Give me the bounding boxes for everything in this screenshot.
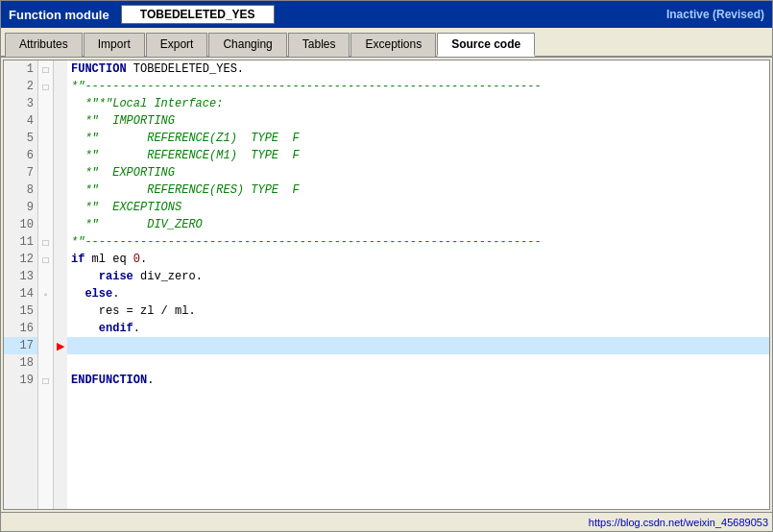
code-line-5: *" REFERENCE(Z1) TYPE F bbox=[67, 130, 769, 147]
token: raise bbox=[99, 268, 140, 285]
token: . bbox=[133, 320, 140, 337]
arrow-cell-16 bbox=[54, 320, 67, 337]
token: ml eq bbox=[92, 251, 133, 268]
line-num-4: 4 bbox=[4, 112, 37, 130]
code-line-12: if ml eq 0. bbox=[67, 251, 769, 268]
fold-marker-1[interactable]: □ bbox=[38, 60, 53, 78]
tab-tables[interactable]: Tables bbox=[288, 33, 350, 57]
code-line-11: *"--------------------------------------… bbox=[67, 233, 769, 251]
fold-marker-16 bbox=[38, 320, 53, 337]
token: res = zl / ml. bbox=[71, 302, 196, 320]
arrow-cell-8 bbox=[54, 181, 67, 199]
fold-marker-19[interactable]: □ bbox=[38, 372, 53, 389]
tab-attributes[interactable]: Attributes bbox=[5, 33, 83, 57]
arrow-cell-17: ▶ bbox=[54, 337, 67, 354]
line-num-11: 11 bbox=[4, 233, 37, 251]
line-num-12: 12 bbox=[4, 251, 37, 268]
token: *"*"Local Interface: bbox=[71, 95, 223, 112]
arrow-cell-13 bbox=[54, 268, 67, 285]
token bbox=[71, 337, 85, 354]
arrow-cell-11 bbox=[54, 233, 67, 251]
token bbox=[71, 285, 85, 302]
tab-source-code[interactable]: Source code bbox=[437, 33, 535, 57]
token: else bbox=[85, 285, 112, 302]
module-name-field[interactable]: TOBEDELETED_YES bbox=[121, 5, 275, 24]
arrow-cell-15 bbox=[54, 302, 67, 320]
line-num-15: 15 bbox=[4, 302, 37, 320]
line-num-8: 8 bbox=[4, 181, 37, 199]
tab-import[interactable]: Import bbox=[84, 33, 145, 57]
code-line-1: FUNCTION TOBEDELETED_YES. bbox=[67, 60, 769, 78]
token: endif bbox=[99, 320, 133, 337]
token: div_zero. bbox=[140, 268, 203, 285]
token: *" EXPORTING bbox=[71, 164, 175, 181]
token: . bbox=[147, 372, 154, 389]
tab-exceptions[interactable]: Exceptions bbox=[350, 33, 436, 57]
fold-marker-4 bbox=[38, 112, 53, 130]
line-num-7: 7 bbox=[4, 164, 37, 181]
code-line-19: ENDFUNCTION. bbox=[67, 372, 769, 389]
fold-marker-8 bbox=[38, 181, 53, 199]
tab-export[interactable]: Export bbox=[146, 33, 208, 57]
fold-marker-2[interactable]: □ bbox=[38, 78, 53, 95]
arrow-cell-14 bbox=[54, 285, 67, 302]
line-num-5: 5 bbox=[4, 130, 37, 147]
fold-marker-14[interactable]: ◦ bbox=[38, 285, 53, 302]
line-num-6: 6 bbox=[4, 147, 37, 164]
fold-marker-13 bbox=[38, 268, 53, 285]
arrow-cell-9 bbox=[54, 199, 67, 216]
line-num-9: 9 bbox=[4, 199, 37, 216]
token: *" REFERENCE(RES) TYPE F bbox=[71, 181, 300, 199]
code-line-4: *" IMPORTING bbox=[67, 112, 769, 130]
token: *" IMPORTING bbox=[71, 112, 175, 130]
code-line-3: *"*"Local Interface: bbox=[67, 95, 769, 112]
token: FUNCTION bbox=[71, 60, 133, 78]
line-num-2: 2 bbox=[4, 78, 37, 95]
code-line-10: *" DIV_ZERO bbox=[67, 216, 769, 233]
token: . bbox=[140, 251, 147, 268]
fold-marker-12[interactable]: □ bbox=[38, 251, 53, 268]
code-line-16: endif. bbox=[67, 320, 769, 337]
fold-marker-3 bbox=[38, 95, 53, 112]
code-line-8: *" REFERENCE(RES) TYPE F bbox=[67, 181, 769, 199]
fold-marker-10 bbox=[38, 216, 53, 233]
code-line-6: *" REFERENCE(M1) TYPE F bbox=[67, 147, 769, 164]
arrow-cell-18 bbox=[54, 354, 67, 372]
line-num-18: 18 bbox=[4, 354, 37, 372]
code-line-13: raise div_zero. bbox=[67, 268, 769, 285]
arrow-cell-19 bbox=[54, 372, 67, 389]
token bbox=[71, 320, 99, 337]
title-bar: Function module TOBEDELETED_YES Inactive… bbox=[1, 1, 772, 28]
arrow-cell-4 bbox=[54, 112, 67, 130]
arrow-cell-5 bbox=[54, 130, 67, 147]
code-line-15: res = zl / ml. bbox=[67, 302, 769, 320]
code-line-14: else. bbox=[67, 285, 769, 302]
token: if bbox=[71, 251, 92, 268]
token: *" REFERENCE(Z1) TYPE F bbox=[71, 130, 300, 147]
fold-marker-11[interactable]: □ bbox=[38, 233, 53, 251]
arrow-cell-1 bbox=[54, 60, 67, 78]
token: TOBEDELETED_YES. bbox=[133, 60, 244, 78]
line-num-3: 3 bbox=[4, 95, 37, 112]
code-line-17 bbox=[67, 337, 769, 354]
token: *"--------------------------------------… bbox=[71, 233, 542, 251]
url-label: https://blog.csdn.net/weixin_45689053 bbox=[589, 517, 768, 528]
fold-gutter: □□□□◦□ bbox=[38, 60, 54, 509]
arrow-cell-3 bbox=[54, 95, 67, 112]
arrow-cell-6 bbox=[54, 147, 67, 164]
token: . bbox=[112, 285, 119, 302]
code-line-7: *" EXPORTING bbox=[67, 164, 769, 181]
arrow-cell-10 bbox=[54, 216, 67, 233]
status-bar: https://blog.csdn.net/weixin_45689053 bbox=[1, 512, 772, 531]
fold-marker-15 bbox=[38, 302, 53, 320]
code-line-18 bbox=[67, 354, 769, 372]
code-content[interactable]: FUNCTION TOBEDELETED_YES.*"-------------… bbox=[67, 60, 769, 509]
line-num-10: 10 bbox=[4, 216, 37, 233]
arrow-cell-12 bbox=[54, 251, 67, 268]
tab-changing[interactable]: Changing bbox=[208, 33, 286, 57]
token bbox=[71, 268, 99, 285]
token: *" DIV_ZERO bbox=[71, 216, 203, 233]
fold-marker-6 bbox=[38, 147, 53, 164]
fold-marker-5 bbox=[38, 130, 53, 147]
code-editor[interactable]: 12345678910111213141516171819 □□□□◦□ ▶ F… bbox=[3, 60, 770, 510]
